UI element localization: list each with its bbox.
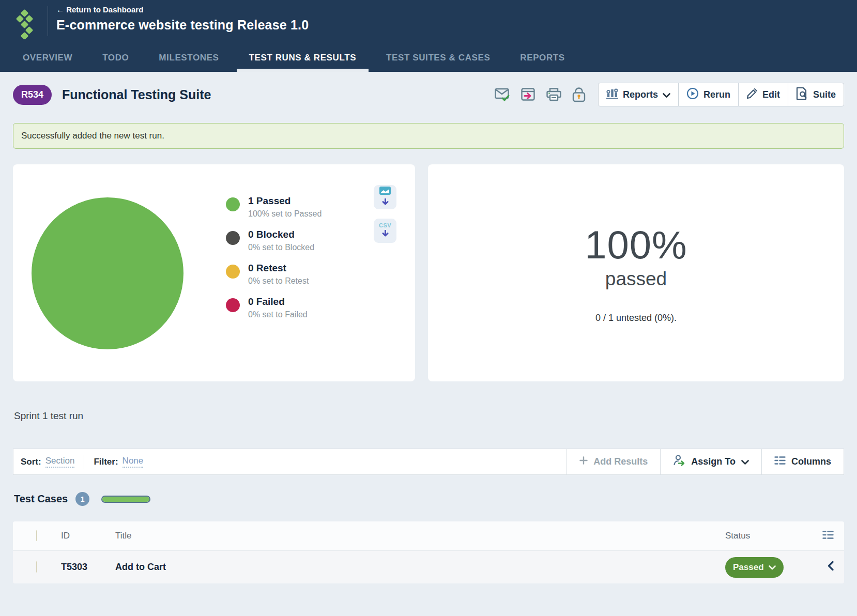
test-cases-heading: Test Cases 1 xyxy=(14,492,857,506)
tab-reports[interactable]: REPORTS xyxy=(519,53,565,72)
header-divider xyxy=(48,6,48,36)
success-banner: Successfully added the new test run. xyxy=(13,123,844,149)
add-results-label: Add Results xyxy=(593,456,648,467)
bar-chart-icon xyxy=(606,88,618,101)
download-arrow-icon xyxy=(381,198,389,208)
legend-item-blocked: 0 Blocked 0% set to Blocked xyxy=(226,229,322,252)
download-csv-button[interactable]: CSV xyxy=(374,219,396,243)
tab-overview[interactable]: OVERVIEW xyxy=(22,53,73,72)
columns-icon xyxy=(774,456,786,468)
blocked-dot-icon xyxy=(226,231,240,245)
edit-button-label: Edit xyxy=(762,89,780,100)
testrail-logo-icon xyxy=(13,9,34,41)
reports-button[interactable]: Reports xyxy=(598,83,679,106)
filter-value-link[interactable]: None xyxy=(123,456,144,468)
tab-test-suites-cases[interactable]: TEST SUITES & CASES xyxy=(385,53,491,72)
test-cases-count-badge: 1 xyxy=(75,492,89,506)
results-toolbar: Sort: Section Filter: None Add Results A… xyxy=(13,449,844,475)
legend-item-retest: 0 Retest 0% set to Retest xyxy=(226,263,322,286)
columns-button[interactable]: Columns xyxy=(761,449,844,474)
run-action-buttons: Reports Rerun Edit xyxy=(598,83,844,106)
summary-card: 100% passed 0 / 1 untested (0%). xyxy=(428,164,844,381)
summary-percent: 100% xyxy=(585,222,687,267)
row-id: T5303 xyxy=(61,562,115,573)
play-circle-icon xyxy=(686,87,699,102)
results-pie-card: 1 Passed 100% set to Passed 0 Blocked 0%… xyxy=(13,164,415,381)
results-pie-chart xyxy=(32,197,183,349)
suite-button-label: Suite xyxy=(813,89,836,100)
chevron-down-icon xyxy=(741,456,749,467)
edit-button[interactable]: Edit xyxy=(738,83,788,106)
id-column-header: ID xyxy=(61,531,115,541)
pie-legend: 1 Passed 100% set to Passed 0 Blocked 0%… xyxy=(226,195,322,330)
status-pill-label: Passed xyxy=(733,562,764,573)
sort-value-link[interactable]: Section xyxy=(45,456,75,468)
assign-to-label: Assign To xyxy=(691,456,736,467)
progress-bar-fill xyxy=(102,497,149,502)
tab-todo[interactable]: TODO xyxy=(101,53,130,72)
summary-untested-note: 0 / 1 untested (0%). xyxy=(595,313,677,324)
document-search-icon xyxy=(796,87,808,103)
toolbar-divider xyxy=(84,455,84,469)
legend-item-failed: 0 Failed 0% set to Failed xyxy=(226,296,322,319)
passed-dot-icon xyxy=(226,197,240,211)
sort-label: Sort: xyxy=(21,457,41,467)
email-check-icon[interactable] xyxy=(495,87,510,102)
chevron-down-icon xyxy=(663,89,670,100)
title-column-header: Title xyxy=(115,531,725,541)
rerun-button[interactable]: Rerun xyxy=(678,83,739,106)
legend-item-passed: 1 Passed 100% set to Passed xyxy=(226,195,322,219)
run-description: Sprint 1 test run xyxy=(14,410,857,422)
status-column-header: Status xyxy=(725,531,805,541)
test-cases-title: Test Cases xyxy=(14,493,68,505)
csv-label: CSV xyxy=(379,222,391,228)
columns-label: Columns xyxy=(791,456,831,467)
expand-row-chevron-icon[interactable] xyxy=(828,561,834,573)
main-tabs: OVERVIEW TODO MILESTONES TEST RUNS & RES… xyxy=(0,53,857,72)
rerun-button-label: Rerun xyxy=(703,89,730,100)
download-chart-image-button[interactable] xyxy=(374,185,396,209)
legend-passed-subtitle: 100% set to Passed xyxy=(248,209,322,219)
table-row: T5303 Add to Cart Passed xyxy=(13,551,844,583)
project-title: E-commerce website testing Release 1.0 xyxy=(56,18,309,33)
legend-passed-title: 1 Passed xyxy=(248,195,322,207)
test-cases-progress-bar xyxy=(101,496,150,503)
add-results-button[interactable]: Add Results xyxy=(567,449,660,474)
legend-blocked-subtitle: 0% set to Blocked xyxy=(248,243,314,252)
reports-button-label: Reports xyxy=(623,89,658,100)
column-settings-icon[interactable] xyxy=(822,530,834,542)
tab-milestones[interactable]: MILESTONES xyxy=(158,53,220,72)
legend-failed-title: 0 Failed xyxy=(248,296,308,307)
suite-button[interactable]: Suite xyxy=(788,83,844,106)
plus-icon xyxy=(579,456,588,467)
chevron-down-icon xyxy=(769,562,776,573)
run-id-badge: R534 xyxy=(13,85,52,105)
lock-icon[interactable] xyxy=(572,87,586,102)
failed-dot-icon xyxy=(226,298,240,312)
top-navigation-bar: ← Return to Dashboard E-commerce website… xyxy=(0,0,857,72)
status-dropdown-pill[interactable]: Passed xyxy=(725,557,784,578)
chart-image-icon xyxy=(379,187,391,197)
legend-retest-subtitle: 0% set to Retest xyxy=(248,276,309,286)
table-header-row: ID Title Status xyxy=(13,521,844,551)
pencil-icon xyxy=(746,88,758,102)
run-title: Functional Testing Suite xyxy=(62,87,211,102)
filter-label: Filter: xyxy=(94,457,118,467)
summary-percent-label: passed xyxy=(605,268,667,290)
run-header: R534 Functional Testing Suite xyxy=(0,72,857,117)
push-export-icon[interactable] xyxy=(521,87,535,102)
legend-retest-title: 0 Retest xyxy=(248,263,309,274)
print-icon[interactable] xyxy=(546,87,561,102)
assign-to-button[interactable]: Assign To xyxy=(660,449,761,474)
legend-blocked-title: 0 Blocked xyxy=(248,229,314,240)
return-to-dashboard-link[interactable]: ← Return to Dashboard xyxy=(56,5,309,14)
assign-person-icon xyxy=(673,454,685,469)
row-title[interactable]: Add to Cart xyxy=(115,562,725,573)
download-arrow-icon xyxy=(381,230,389,239)
select-all-checkbox[interactable] xyxy=(36,530,37,541)
retest-dot-icon xyxy=(226,265,240,279)
tab-test-runs-results[interactable]: TEST RUNS & RESULTS xyxy=(248,53,358,72)
row-checkbox[interactable] xyxy=(36,561,37,573)
legend-failed-subtitle: 0% set to Failed xyxy=(248,310,308,319)
test-cases-table: ID Title Status T5303 Add to Cart Passed xyxy=(13,521,844,583)
